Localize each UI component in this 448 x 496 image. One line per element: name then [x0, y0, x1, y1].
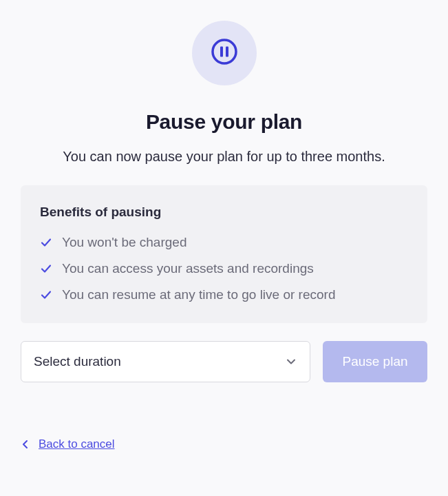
benefit-item: You can access your assets and recording… — [40, 261, 408, 276]
benefit-text: You won't be charged — [62, 235, 186, 250]
benefit-text: You can resume at any time to go live or… — [62, 287, 335, 302]
benefits-title: Benefits of pausing — [40, 205, 408, 220]
chevron-down-icon — [285, 355, 297, 368]
pause-plan-button[interactable]: Pause plan — [323, 341, 427, 382]
duration-select-label: Select duration — [34, 354, 121, 369]
check-icon — [40, 262, 52, 275]
chevron-left-icon — [21, 440, 30, 449]
benefit-text: You can access your assets and recording… — [62, 261, 314, 276]
duration-select[interactable]: Select duration — [21, 341, 310, 382]
pause-icon — [211, 38, 238, 68]
benefits-panel: Benefits of pausing You won't be charged… — [21, 185, 427, 323]
check-icon — [40, 236, 52, 249]
check-icon — [40, 289, 52, 301]
page-subtitle: You can now pause your plan for up to th… — [63, 149, 385, 165]
back-to-cancel-link[interactable]: Back to cancel — [39, 437, 115, 451]
benefit-item: You won't be charged — [40, 235, 408, 250]
benefit-item: You can resume at any time to go live or… — [40, 287, 408, 302]
svg-rect-2 — [226, 47, 228, 57]
page-title: Pause your plan — [146, 110, 302, 134]
pause-icon-badge — [192, 21, 257, 85]
svg-rect-1 — [220, 47, 223, 57]
svg-point-0 — [213, 40, 236, 63]
